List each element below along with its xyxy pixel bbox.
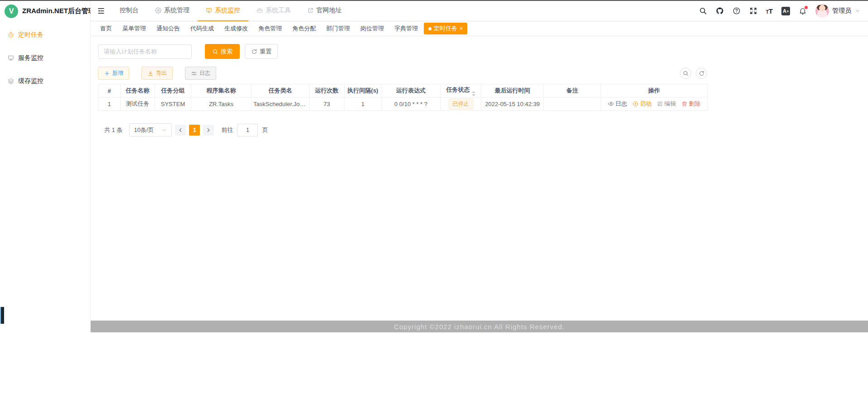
next-page-button[interactable] [203, 125, 214, 136]
top-navigation: 控制台 系统管理 系统监控 系统工具 官网地址 [112, 1, 350, 21]
tab-generation-edit[interactable]: 生成修改 [220, 22, 252, 35]
tasks-table: # 任务名称 任务分组 程序集名称 任务类名 运行次数 执行间隔(s) 运行表达… [98, 84, 708, 111]
tab-role-management[interactable]: 角色管理 [254, 22, 286, 35]
sidebar-item-service-monitor[interactable]: 服务监控 [0, 46, 90, 69]
search-icon [683, 70, 689, 77]
tab-dictionary-management[interactable]: 字典管理 [390, 22, 422, 35]
row-delete-link[interactable]: 删除 [681, 100, 701, 108]
nav-item-official-site[interactable]: 官网地址 [299, 1, 350, 21]
row-edit-link[interactable]: 编辑 [657, 100, 676, 108]
refresh-icon [698, 70, 705, 77]
sort-carets-icon[interactable] [472, 91, 475, 96]
notification-icon[interactable] [799, 7, 807, 15]
row-log-label: 日志 [616, 100, 627, 108]
tab-department-management[interactable]: 部门管理 [322, 22, 354, 35]
nav-label: 官网地址 [316, 6, 342, 15]
nav-item-system-management[interactable]: 系统管理 [147, 1, 198, 21]
goto-page-input[interactable] [237, 124, 258, 136]
topbar-actions: TT Ax 管理员 [699, 4, 868, 18]
fullscreen-icon[interactable] [749, 7, 757, 15]
pagination: 共 1 条 10条/页 1 前往 页 [98, 123, 861, 136]
column-header-index: # [98, 84, 121, 97]
close-icon[interactable]: × [460, 26, 463, 31]
reset-button-label: 重置 [260, 48, 272, 56]
nav-item-system-monitor[interactable]: 系统监控 [198, 1, 248, 21]
sidebar-item-cache-monitor[interactable]: 缓存监控 [0, 69, 90, 92]
monitor-check-icon [206, 7, 212, 14]
help-icon[interactable] [732, 7, 741, 15]
tab-home[interactable]: 首页 [96, 22, 116, 35]
log-button-label: 日志 [199, 69, 210, 77]
nav-label: 系统工具 [266, 6, 291, 15]
cell-index: 1 [98, 97, 121, 111]
menu-fold-icon [97, 7, 105, 15]
cache-layers-icon [8, 78, 14, 84]
page-number-button[interactable]: 1 [189, 125, 200, 136]
add-button-label: 新增 [112, 69, 123, 77]
search-button-label: 搜索 [221, 48, 233, 56]
page-size-select[interactable]: 10条/页 [129, 123, 172, 136]
row-log-link[interactable]: 日志 [608, 100, 627, 108]
tab-menu-management[interactable]: 菜单管理 [118, 22, 150, 35]
page-size-value: 10条/页 [134, 126, 154, 134]
column-header-status[interactable]: 任务状态 [441, 84, 481, 97]
active-tab-dot [428, 27, 432, 30]
tab-scheduled-tasks-active[interactable]: 定时任务 × [424, 23, 467, 34]
cell-assembly: ZR.Tasks [191, 97, 252, 111]
app-logo: V [5, 5, 18, 18]
column-header-run-count: 运行次数 [310, 84, 344, 97]
prev-page-button[interactable] [175, 125, 186, 136]
tab-role-assignment[interactable]: 角色分配 [288, 22, 320, 35]
column-header-cron: 运行表达式 [382, 84, 441, 97]
search-icon[interactable] [699, 7, 707, 15]
cell-task-name: 测试任务 [121, 97, 155, 111]
trash-icon [681, 101, 688, 107]
column-header-last-run: 最后运行时间 [481, 84, 544, 97]
dev-widget [0, 307, 4, 324]
log-button[interactable]: 日志 [185, 67, 216, 80]
nav-label: 控制台 [120, 6, 139, 15]
task-name-input[interactable] [98, 44, 192, 59]
refresh-icon [251, 49, 257, 55]
gear-icon [155, 7, 161, 14]
user-menu[interactable]: 管理员 [815, 4, 861, 18]
server-monitor-icon [8, 55, 14, 61]
nav-label: 系统管理 [164, 6, 189, 15]
chevron-down-icon [161, 127, 167, 133]
tab-code-generation[interactable]: 代码生成 [186, 22, 218, 35]
sidebar-item-label: 缓存监控 [18, 77, 44, 85]
logo-row[interactable]: V ZRAdmin.NET后台管理 [0, 1, 90, 21]
search-button[interactable]: 搜索 [205, 44, 240, 59]
table-tools [680, 68, 707, 79]
toggle-search-button[interactable] [680, 68, 691, 79]
column-header-task-group: 任务分组 [155, 84, 191, 97]
nav-item-console[interactable]: 控制台 [112, 1, 147, 21]
eye-icon [608, 101, 614, 107]
nav-label: 系统监控 [215, 6, 240, 15]
row-start-link[interactable]: 启动 [632, 100, 652, 108]
column-header-task-name: 任务名称 [121, 84, 155, 97]
refresh-table-button[interactable] [696, 68, 707, 79]
collapse-menu-button[interactable] [91, 7, 112, 15]
footer: Copyright ©2022 izhaorui.cn All Rights R… [91, 321, 868, 332]
cell-last-run: 2022-05-15 10:42:39 [481, 97, 544, 111]
font-size-icon[interactable]: TT [766, 7, 773, 15]
reset-button[interactable]: 重置 [245, 44, 278, 59]
sidebar: V ZRAdmin.NET后台管理 定时任务 服务监控 缓存监控 [0, 1, 91, 331]
tab-notice[interactable]: 通知公告 [152, 22, 184, 35]
sidebar-item-scheduled-tasks[interactable]: 定时任务 [0, 23, 90, 46]
cell-task-group: SYSTEM [155, 97, 191, 111]
main-content: 搜索 重置 新增 导出 日志 [91, 36, 868, 136]
tab-post-management[interactable]: 岗位管理 [356, 22, 388, 35]
cell-status: 已停止 [441, 97, 481, 111]
export-button[interactable]: 导出 [141, 67, 173, 80]
cell-run-count: 73 [310, 97, 344, 111]
add-button[interactable]: 新增 [98, 67, 129, 80]
avatar [815, 4, 829, 18]
github-icon[interactable] [716, 7, 724, 15]
notification-badge [805, 6, 808, 9]
nav-item-system-tools[interactable]: 系统工具 [248, 1, 299, 21]
cell-remark [544, 97, 601, 111]
tab-label: 定时任务 [434, 24, 457, 33]
translate-icon[interactable]: Ax [781, 7, 790, 15]
